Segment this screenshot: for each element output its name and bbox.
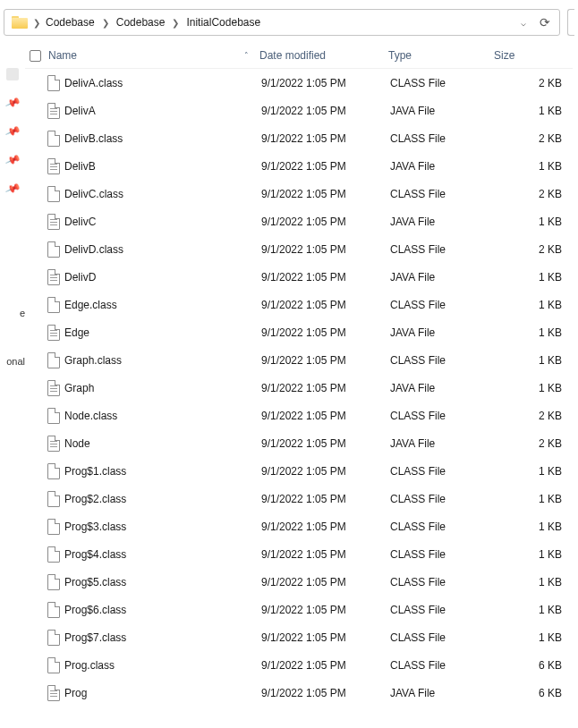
file-name: Node.class [63,410,261,422]
table-row[interactable]: Node.class9/1/2022 1:05 PMCLASS File2 KB [25,402,573,429]
file-date: 9/1/2022 1:05 PM [261,132,390,145]
address-bar-row: ❯ Codebase❯Codebase❯InitialCodebase ⌵ ⟳ [0,0,578,43]
nav-label-fragment[interactable]: e [0,308,25,318]
file-name: Prog$7.class [63,631,261,644]
pin-icon: 📌 [4,95,21,111]
file-icon [47,158,60,174]
file-date: 9/1/2022 1:05 PM [261,659,390,672]
file-date: 9/1/2022 1:05 PM [261,631,390,644]
file-icon [47,574,60,590]
column-header-label: Type [388,49,412,62]
table-row[interactable]: Prog$2.class9/1/2022 1:05 PMCLASS File1 … [25,485,573,512]
column-header-name[interactable]: Name ˄ [45,49,259,62]
file-date: 9/1/2022 1:05 PM [261,105,390,117]
nav-item-icon [6,68,19,80]
table-row[interactable]: Graph.class9/1/2022 1:05 PMCLASS File1 K… [25,346,573,374]
file-icon [47,602,60,618]
file-name: Prog$6.class [63,604,261,616]
table-row[interactable]: Prog9/1/2022 1:05 PMJAVA File6 KB [25,679,573,707]
file-rows: DelivA.class9/1/2022 1:05 PMCLASS File2 … [25,69,573,727]
file-name: DelivD.class [63,243,261,256]
chevron-right-icon[interactable]: ❯ [170,18,181,28]
file-icon [47,436,60,452]
file-name: Prog$1.class [63,465,261,478]
file-icon [47,325,60,341]
table-row[interactable]: DelivC.class9/1/2022 1:05 PMCLASS File2 … [25,180,573,207]
table-row[interactable]: Prog$3.class9/1/2022 1:05 PMCLASS File1 … [25,512,573,540]
folder-icon [12,16,28,29]
pin-icon: 📌 [4,152,21,168]
table-row[interactable]: DelivA.class9/1/2022 1:05 PMCLASS File2 … [25,69,573,97]
table-row[interactable]: DelivC9/1/2022 1:05 PMJAVA File1 KB [25,207,573,235]
file-size: 2 KB [496,188,573,200]
breadcrumb-item[interactable]: InitialCodebase [183,13,264,32]
breadcrumb-item[interactable]: Codebase [113,13,169,32]
table-row[interactable]: DelivD9/1/2022 1:05 PMJAVA File1 KB [25,263,573,291]
file-type: CLASS File [390,604,496,616]
column-header-type[interactable]: Type [388,49,494,62]
address-bar[interactable]: ❯ Codebase❯Codebase❯InitialCodebase ⌵ ⟳ [4,9,560,36]
file-date: 9/1/2022 1:05 PM [261,576,390,588]
file-size: 1 KB [496,216,573,228]
chevron-right-icon[interactable]: ❯ [31,18,42,28]
file-date: 9/1/2022 1:05 PM [261,437,390,450]
file-type: CLASS File [390,188,496,200]
file-icon [47,657,60,673]
table-row[interactable]: Prog.class9/1/2022 1:05 PMCLASS File6 KB [25,651,573,679]
file-type: CLASS File [390,77,496,89]
table-row[interactable]: DelivB9/1/2022 1:05 PMJAVA File1 KB [25,152,573,180]
breadcrumb-item[interactable]: Codebase [42,13,98,32]
table-row[interactable]: Prog$1.class9/1/2022 1:05 PMCLASS File1 … [25,457,573,485]
file-icon [47,380,60,396]
column-header-date[interactable]: Date modified [259,49,388,62]
table-row[interactable]: DelivD.class9/1/2022 1:05 PMCLASS File2 … [25,235,573,263]
file-date: 9/1/2022 1:05 PM [261,271,390,284]
file-type: JAVA File [390,216,496,228]
column-header-size[interactable]: Size [494,49,573,62]
table-row[interactable]: Prog$5.class9/1/2022 1:05 PMCLASS File1 … [25,568,573,596]
refresh-icon[interactable]: ⟳ [534,15,556,30]
file-date: 9/1/2022 1:05 PM [261,216,390,228]
file-icon [47,75,60,91]
file-date: 9/1/2022 1:05 PM [261,243,390,256]
column-header-label: Date modified [259,49,326,62]
file-type: JAVA File [390,326,496,339]
file-date: 9/1/2022 1:05 PM [261,604,390,616]
file-icon [47,630,60,646]
file-size: 1 KB [496,105,573,117]
file-size: 1 KB [496,271,573,284]
search-box-edge[interactable] [567,9,574,36]
table-row[interactable]: DelivA9/1/2022 1:05 PMJAVA File1 KB [25,97,573,124]
chevron-right-icon[interactable]: ❯ [100,18,111,28]
file-size: 2 KB [496,243,573,256]
file-type: CLASS File [390,132,496,145]
select-all-checkbox[interactable] [30,50,41,62]
table-row[interactable]: Graph9/1/2022 1:05 PMJAVA File1 KB [25,374,573,402]
table-row[interactable]: Edge9/1/2022 1:05 PMJAVA File1 KB [25,318,573,346]
column-header-label: Name [48,49,77,62]
file-icon [47,214,60,230]
chevron-down-icon[interactable]: ⌵ [513,18,534,28]
breadcrumb: Codebase❯Codebase❯InitialCodebase [42,13,513,32]
file-date: 9/1/2022 1:05 PM [261,382,390,394]
table-row[interactable]: DelivB.class9/1/2022 1:05 PMCLASS File2 … [25,124,573,152]
table-row[interactable]: Prog$4.class9/1/2022 1:05 PMCLASS File1 … [25,540,573,568]
file-name: DelivC.class [63,188,261,200]
table-row[interactable]: Node9/1/2022 1:05 PMJAVA File2 KB [25,429,573,457]
pin-icon: 📌 [4,123,21,140]
sort-indicator-icon: ˄ [244,51,249,60]
file-date: 9/1/2022 1:05 PM [261,493,390,505]
nav-label-fragment[interactable]: onal [0,356,25,367]
table-row[interactable]: Prog$7.class9/1/2022 1:05 PMCLASS File1 … [25,623,573,651]
file-name: Prog.class [63,659,261,672]
table-row[interactable]: Edge.class9/1/2022 1:05 PMCLASS File1 KB [25,291,573,318]
table-row[interactable]: Prog$6.class9/1/2022 1:05 PMCLASS File1 … [25,596,573,623]
file-type: JAVA File [390,160,496,173]
file-type: CLASS File [390,410,496,422]
file-name: Graph [63,382,261,394]
file-date: 9/1/2022 1:05 PM [261,410,390,422]
file-size: 2 KB [496,410,573,422]
file-type: JAVA File [390,382,496,394]
file-size: 1 KB [496,631,573,644]
file-size: 6 KB [496,687,573,699]
